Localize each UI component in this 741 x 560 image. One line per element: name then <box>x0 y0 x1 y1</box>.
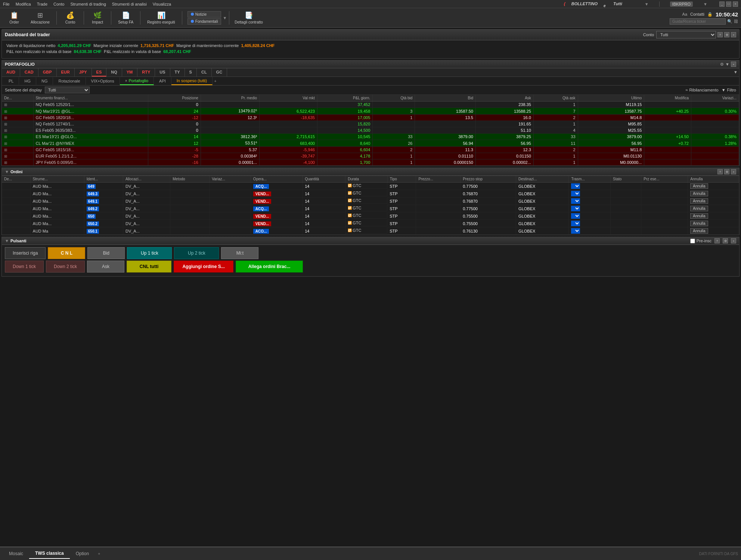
platform-dropdown[interactable]: ▼ <box>703 2 707 6</box>
tab-es[interactable]: ES <box>92 68 107 77</box>
table-row[interactable]: ⊞ ES Mar19'21 @GLO... 14 3812.36³ 2,715,… <box>2 134 739 140</box>
expand-cell[interactable]: ⊞ <box>2 127 33 134</box>
table-row[interactable]: AUD Ma... 649.1 DV_A... VEND... 14 🔁GTC … <box>2 197 739 205</box>
portafoglio-close[interactable]: × <box>731 62 736 67</box>
port-settings-icon[interactable]: ⚙ <box>720 62 724 67</box>
ask-btn[interactable]: Ask <box>87 261 124 273</box>
ordini-table-container[interactable]: De... Strume... Ident... Allocazi... Met… <box>2 176 739 235</box>
pulsanti-collapse[interactable]: ▼ <box>5 239 9 243</box>
toolbar-registro[interactable]: 📊 Registro eseguiti <box>143 10 179 26</box>
o-opera[interactable]: VEND... <box>251 190 302 197</box>
opera-vend[interactable]: VEND... <box>253 214 271 219</box>
up1tick-btn[interactable]: Up 1 tick <box>127 247 172 259</box>
o-opera[interactable]: ACQ... <box>251 205 302 212</box>
portfolio-table-container[interactable]: De... Strumento finanzi... Posizione Pr.… <box>2 95 739 166</box>
win-close[interactable]: × <box>733 1 738 7</box>
opera-vend[interactable]: VEND... <box>253 199 271 204</box>
tab-ym[interactable]: YM <box>122 68 138 77</box>
menu-strumenti-analisi[interactable]: Strumenti di analisi <box>112 2 147 6</box>
trasm-select[interactable] <box>571 221 580 226</box>
toolbar-impact[interactable]: 🌿 Impact <box>86 10 109 26</box>
annulla-btn[interactable]: Annulla <box>690 206 708 211</box>
table-row[interactable]: AUD Ma... 649.2 DV_A... ACQ... 14 🔁GTC S… <box>2 205 739 212</box>
o-annulla[interactable]: Annulla <box>688 227 739 235</box>
subtab-portafoglio[interactable]: × Portafoglio <box>120 77 154 85</box>
tab-s[interactable]: S <box>185 68 197 77</box>
table-row[interactable]: ⊞ NQ Mar19'21 @GL... 24 13479.02⁵ 6,522,… <box>2 108 739 115</box>
tab-option[interactable]: Option <box>70 549 95 559</box>
win-maximize[interactable]: □ <box>726 1 731 7</box>
pulsanti-settings[interactable]: ⚙ <box>723 238 728 243</box>
expand-cell[interactable]: ⊞ <box>2 147 33 153</box>
tab-us[interactable]: US <box>155 68 170 77</box>
expand-cell[interactable]: ⊞ <box>2 159 33 166</box>
menu-file[interactable]: File <box>3 2 10 6</box>
menu-modifica[interactable]: Modifica <box>16 2 31 6</box>
toolbar-setup-fa[interactable]: 📄 Setup FA <box>114 10 138 26</box>
annulla-btn[interactable]: Annulla <box>690 221 708 226</box>
tab-mosaic[interactable]: Mosaic <box>3 549 29 559</box>
subtab-hg[interactable]: HG <box>19 77 36 85</box>
subtab-ng[interactable]: NG <box>36 77 53 85</box>
toolbar-order[interactable]: 📋 Order <box>3 10 25 26</box>
subtab-in-sospeso[interactable]: In sospeso (tutti) <box>171 77 213 85</box>
dashboard-close[interactable]: × <box>731 32 736 37</box>
o-annulla[interactable]: Annulla <box>688 212 739 220</box>
table-row[interactable]: ⊞ NQ Feb05 12740/1... 0 15,820 191.65 1 … <box>2 121 739 127</box>
table-row[interactable]: ⊞ JPY Feb05 0.0095/0... -16 0.00001... -… <box>2 159 739 166</box>
o-opera[interactable]: ACQ... <box>251 183 302 190</box>
table-row[interactable]: ⊞ EUR Feb05 1.21/1.2... -28 0.00384² -39… <box>2 153 739 159</box>
port-dropdown-icon[interactable]: ▼ <box>725 62 729 66</box>
opera-acq[interactable]: ACQ... <box>253 206 269 211</box>
dashboard-settings[interactable]: ⚙ <box>724 32 729 37</box>
tab-jpy[interactable]: JPY <box>75 68 92 77</box>
dashboard-question[interactable]: ? <box>717 32 723 37</box>
tab-eur[interactable]: EUR <box>57 68 75 77</box>
tab-gc[interactable]: GC <box>212 68 227 77</box>
table-row[interactable]: AUD Ma... 650.2 DV_A... VEND... 14 🔁GTC … <box>2 220 739 227</box>
cnl-btn[interactable]: C N L <box>48 247 85 259</box>
ordini-settings[interactable]: ⚙ <box>724 169 729 174</box>
subtab-api[interactable]: API <box>154 77 171 85</box>
o-annulla[interactable]: Annulla <box>688 220 739 227</box>
table-row[interactable]: ⊞ GC Feb05 1820/18... -12 12.3¹ -18,635 … <box>2 115 739 121</box>
tab-nq[interactable]: NQ <box>106 68 122 77</box>
expand-cell[interactable]: ⊞ <box>2 108 33 115</box>
opera-acq[interactable]: ACO... <box>253 229 269 234</box>
trasm-select[interactable] <box>571 183 580 189</box>
o-annulla[interactable]: Annulla <box>688 197 739 205</box>
o-opera[interactable]: VEND... <box>251 197 302 205</box>
menu-strumenti-trading[interactable]: Strumenti di trading <box>70 2 106 6</box>
down2tick-btn[interactable]: Down 2 tick <box>46 261 85 273</box>
tab-ty[interactable]: TY <box>170 68 185 77</box>
trasm-select[interactable] <box>571 206 580 211</box>
menu-visualizza[interactable]: Visualizza <box>153 2 171 6</box>
ordini-collapse[interactable]: ▼ <box>5 169 9 174</box>
tab-rty[interactable]: RTY <box>137 68 155 77</box>
opera-vend[interactable]: VEND... <box>253 221 271 226</box>
menu-conto[interactable]: Conto <box>53 2 64 6</box>
table-row[interactable]: AUD Ma... 649.3 DV_A... VEND... 14 🔁GTC … <box>2 190 739 197</box>
annulla-btn[interactable]: Annulla <box>690 213 708 219</box>
expand-cell[interactable]: ⊞ <box>2 121 33 127</box>
menu-trade[interactable]: Trade <box>37 2 47 6</box>
toolbar-conto[interactable]: 💰 Conto <box>59 10 81 26</box>
annulla-btn[interactable]: Annulla <box>690 191 708 196</box>
filtro-btn[interactable]: ▼ Filtro <box>722 88 736 92</box>
tab-cl[interactable]: CL <box>197 68 212 77</box>
annulla-btn[interactable]: Annulla <box>690 228 708 234</box>
subtab-vix[interactable]: VIX+Options <box>86 77 120 85</box>
table-row[interactable]: AUD Ma 650.1 DV_A... ACO... 14 🔁GTC STP … <box>2 227 739 235</box>
bid-btn[interactable]: Bid <box>87 247 125 259</box>
news-button[interactable]: Notizie <box>187 11 221 18</box>
opera-acq[interactable]: ACQ... <box>253 184 269 189</box>
subtab-pl[interactable]: PL <box>3 77 19 85</box>
trasm-select[interactable] <box>571 213 580 219</box>
ordini-question[interactable]: ? <box>717 169 723 174</box>
table-row[interactable]: AUD Ma... 650 DV_A... VEND... 14 🔁GTC ST… <box>2 212 739 220</box>
subtab-add[interactable]: + <box>214 79 216 83</box>
expand-cell[interactable]: ⊞ <box>2 140 33 147</box>
portafoglio-x[interactable]: × <box>125 79 127 83</box>
title-dropdown[interactable]: ▼ <box>645 2 649 6</box>
pulsanti-close[interactable]: × <box>731 238 736 243</box>
